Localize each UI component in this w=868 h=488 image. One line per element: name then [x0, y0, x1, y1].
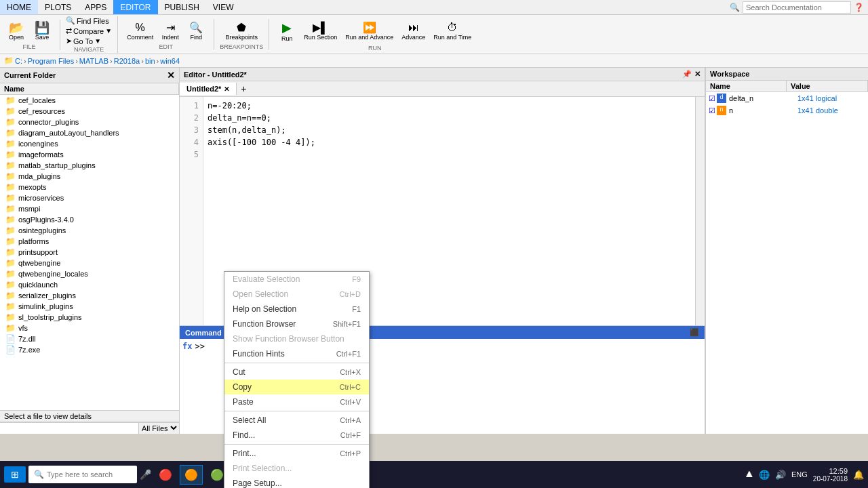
- file-path-input[interactable]: [0, 422, 138, 434]
- ctx-open-selection[interactable]: Open Selection Ctrl+D: [224, 287, 369, 302]
- menu-editor[interactable]: EDITOR: [113, 0, 157, 14]
- goto-button[interactable]: ➤ Go To ▼: [66, 37, 112, 45]
- find-files-button[interactable]: 🔍 Find Files: [66, 16, 112, 25]
- list-item[interactable]: 📁serializer_plugins: [0, 290, 179, 301]
- breadcrumb-c[interactable]: C:: [15, 57, 22, 65]
- tray-notification-icon[interactable]: 🔔: [853, 470, 864, 480]
- ctx-show-function-browser-button[interactable]: Show Function Browser Button: [224, 331, 369, 346]
- ctx-help-on-selection[interactable]: Help on Selection F1: [224, 302, 369, 317]
- advance-button[interactable]: ⏭ Advance: [398, 20, 429, 43]
- ws-n-checkbox[interactable]: ☑: [709, 106, 715, 115]
- command-expand-btn[interactable]: ⬛: [690, 328, 699, 337]
- list-item[interactable]: 📁sl_toolstrip_plugins: [0, 312, 179, 323]
- mic-icon[interactable]: 🎤: [140, 469, 151, 480]
- editor-scrollbar[interactable]: [695, 97, 705, 325]
- run-advance-button[interactable]: ⏩ Run and Advance: [342, 19, 397, 43]
- start-button[interactable]: ⊞: [4, 466, 26, 483]
- tray-up-icon[interactable]: ⯅: [745, 470, 753, 479]
- breadcrumb-bin[interactable]: bin: [145, 57, 155, 65]
- list-item[interactable]: 📁osgPlugins-3.4.0: [0, 214, 179, 225]
- list-item[interactable]: 📁msmpi: [0, 203, 179, 214]
- ctx-function-hints[interactable]: Function Hints Ctrl+F1: [224, 346, 369, 361]
- advance-icon: ⏭: [408, 22, 419, 34]
- search-bar[interactable]: 🔍: [28, 466, 137, 483]
- ws-col-value[interactable]: Value: [787, 81, 868, 92]
- breadcrumb-programfiles[interactable]: Program Files: [28, 57, 74, 65]
- editor-tab-untitled2[interactable]: Untitled2* ✕: [180, 83, 237, 95]
- ctx-copy[interactable]: Copy Ctrl+C: [224, 380, 369, 394]
- list-item[interactable]: 📁matlab_startup_plugins: [0, 160, 179, 171]
- ws-col-name[interactable]: Name: [706, 81, 787, 92]
- taskbar-app-matlab[interactable]: 🟠: [180, 465, 203, 485]
- run-section-button[interactable]: ▶▌ Run Section: [300, 19, 340, 43]
- editor-pin-btn[interactable]: 📌: [682, 70, 692, 79]
- breakpoints-icon: ⬟: [237, 21, 246, 34]
- search-icon: 🔍: [34, 470, 44, 479]
- ctx-find[interactable]: Find... Ctrl+F: [224, 428, 369, 443]
- list-item[interactable]: 📁imageformats: [0, 149, 179, 160]
- search-documentation-input[interactable]: [743, 1, 851, 14]
- run-time-button[interactable]: ⏱ Run and Time: [430, 20, 475, 43]
- file-panel-close-btn[interactable]: ✕: [167, 70, 175, 81]
- indent-button[interactable]: ⇥ Indent: [158, 19, 182, 43]
- tray-volume-icon[interactable]: 🔊: [775, 470, 786, 480]
- taskbar-search-input[interactable]: [47, 470, 115, 479]
- list-item[interactable]: 📁iconengines: [0, 138, 179, 149]
- list-item[interactable]: 📁printsupport: [0, 247, 179, 258]
- list-item[interactable]: 📁mexopts: [0, 182, 179, 192]
- file-col-name[interactable]: Name: [0, 83, 179, 94]
- list-item[interactable]: 📁qtwebengine_locales: [0, 268, 179, 279]
- ctx-print-selection[interactable]: Print Selection...: [224, 461, 369, 476]
- breadcrumb-win64[interactable]: win64: [160, 57, 180, 65]
- list-item[interactable]: 📁microservices: [0, 192, 179, 203]
- list-item[interactable]: 📁qtwebengine: [0, 258, 179, 268]
- ctx-function-browser[interactable]: Function Browser Shift+F1: [224, 317, 369, 331]
- list-item[interactable]: 📁connector_plugins: [0, 117, 179, 127]
- ctx-cut[interactable]: Cut Ctrl+X: [224, 365, 369, 380]
- menu-view[interactable]: VIEW: [206, 0, 241, 14]
- list-item[interactable]: 📁simulink_plugins: [0, 301, 179, 312]
- ctx-select-all[interactable]: Select All Ctrl+A: [224, 413, 369, 428]
- breadcrumb-r2018a[interactable]: R2018a: [114, 57, 140, 65]
- command-title: Command: [185, 329, 222, 337]
- ctx-print[interactable]: Print... Ctrl+P: [224, 446, 369, 461]
- menu-home[interactable]: HOME: [0, 0, 38, 14]
- ctx-paste[interactable]: Paste Ctrl+V: [224, 394, 369, 409]
- folder-icon: 📁: [5, 182, 16, 192]
- file-type-select[interactable]: All Files: [138, 422, 179, 434]
- comment-button[interactable]: % Comment: [123, 20, 157, 43]
- list-item[interactable]: 📁cef_resources: [0, 106, 179, 117]
- ctx-page-setup[interactable]: Page Setup...: [224, 476, 369, 488]
- tray-clock[interactable]: 12:59 20-07-2018: [813, 467, 848, 483]
- breakpoints-button[interactable]: ⬟ Breakpoints: [222, 19, 261, 43]
- find-button[interactable]: 🔍 Find: [184, 19, 208, 43]
- menu-plots[interactable]: PLOTS: [38, 0, 78, 14]
- ws-delta-checkbox[interactable]: ☑: [709, 94, 715, 103]
- list-item[interactable]: 📄7z.dll: [0, 333, 179, 344]
- ws-item-delta[interactable]: ☑ d delta_n 1x41 logical: [706, 92, 868, 104]
- list-item[interactable]: 📁quicklaunch: [0, 279, 179, 290]
- list-item[interactable]: 📁vfs: [0, 323, 179, 333]
- editor-close-btn[interactable]: ✕: [694, 70, 701, 79]
- save-button[interactable]: 💾 Save: [30, 20, 54, 43]
- list-item[interactable]: 📄7z.exe: [0, 344, 179, 355]
- editor-tab-add-btn[interactable]: +: [237, 81, 250, 96]
- menu-publish[interactable]: PUBLISH: [158, 0, 206, 14]
- list-item[interactable]: 📁osintegplugins: [0, 225, 179, 236]
- list-item[interactable]: 📁mda_plugins: [0, 171, 179, 182]
- taskbar-app-1[interactable]: 🔴: [154, 465, 177, 485]
- tray-network-icon[interactable]: 🌐: [759, 470, 770, 480]
- editor-tab-close-btn[interactable]: ✕: [224, 85, 229, 93]
- list-item[interactable]: 📁platforms: [0, 236, 179, 247]
- compare-button[interactable]: ⇄ Compare ▼: [66, 26, 112, 35]
- menu-apps[interactable]: APPS: [78, 0, 113, 14]
- tray-lang[interactable]: ENG: [791, 470, 808, 479]
- list-item[interactable]: 📁diagram_autoLayout_handlers: [0, 127, 179, 138]
- ws-item-n[interactable]: ☑ n n 1x41 double: [706, 104, 868, 117]
- help-icon[interactable]: ❓: [854, 3, 864, 12]
- list-item[interactable]: 📁cef_locales: [0, 95, 179, 106]
- ctx-evaluate-selection[interactable]: Evaluate Selection F9: [224, 272, 369, 287]
- run-button[interactable]: ▶ Run: [275, 18, 299, 44]
- open-button[interactable]: 📂 Open: [4, 20, 28, 43]
- breadcrumb-matlab[interactable]: MATLAB: [79, 57, 108, 65]
